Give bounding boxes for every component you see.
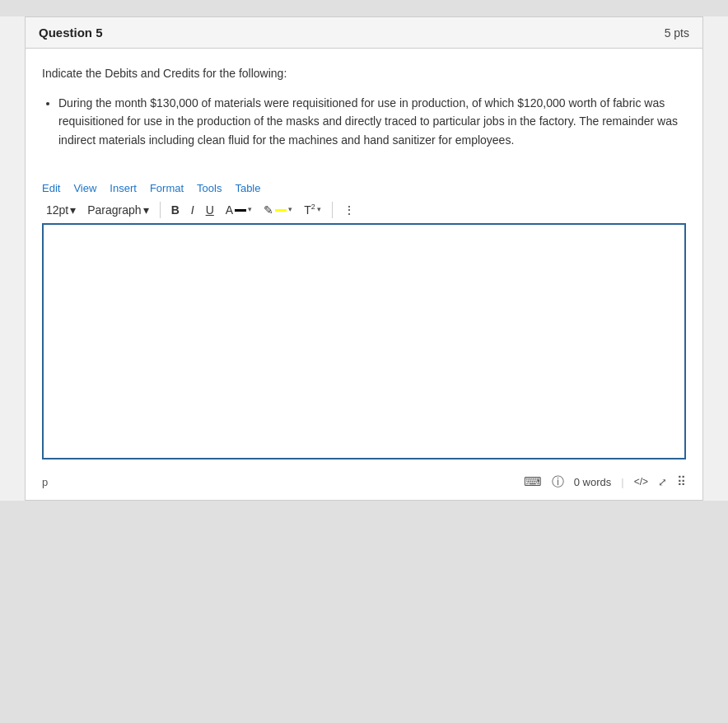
more-options-button[interactable]: ⋮ [339, 202, 359, 218]
toolbar-divider-2 [332, 202, 333, 218]
highlight-indicator [275, 209, 287, 212]
editor-menubar: Edit View Insert Format Tools Table [42, 182, 686, 194]
expand-button[interactable]: ⤢ [658, 476, 667, 488]
footer-tag: p [42, 476, 48, 488]
editor-footer: p ⌨ ⓘ 0 words | </> ⤢ ⠿ [26, 468, 702, 500]
question-card: Question 5 5 pts Indicate the Debits and… [25, 16, 703, 501]
menu-tools[interactable]: Tools [197, 182, 222, 194]
footer-right: ⌨ ⓘ 0 words | </> ⤢ ⠿ [524, 474, 686, 490]
question-list: During the month $130,000 of materials w… [42, 94, 686, 149]
font-size-chevron: ▾ [70, 204, 76, 216]
editor-area-wrapper [42, 223, 686, 459]
superscript-chevron: ▾ [317, 206, 321, 213]
underline-button[interactable]: U [202, 202, 218, 218]
font-size-group: 12pt ▾ [42, 202, 80, 218]
more-footer-options[interactable]: ⠿ [677, 474, 686, 489]
superscript-button[interactable]: T2 ▾ [300, 201, 325, 218]
highlight-button[interactable]: ✎ ▾ [259, 202, 296, 218]
paragraph-chevron: ▾ [143, 204, 149, 216]
menu-view[interactable]: View [73, 182, 96, 194]
menu-edit[interactable]: Edit [42, 182, 60, 194]
toolbar-divider-1 [160, 202, 161, 218]
code-view-button[interactable]: </> [634, 476, 648, 487]
bold-button[interactable]: B [167, 202, 184, 218]
paragraph-selector[interactable]: Paragraph ▾ [83, 202, 152, 218]
paragraph-group: Paragraph ▾ [83, 202, 152, 218]
italic-button[interactable]: I [187, 202, 198, 218]
question-header: Question 5 5 pts [26, 17, 702, 49]
question-title: Question 5 [39, 26, 103, 40]
menu-format[interactable]: Format [150, 182, 184, 194]
keyboard-icon: ⌨ [524, 474, 542, 489]
word-count: 0 words [574, 476, 612, 488]
editor-section: Edit View Insert Format Tools Table 12pt… [26, 174, 702, 468]
font-size-selector[interactable]: 12pt ▾ [42, 202, 80, 218]
font-color-chevron: ▾ [248, 206, 252, 213]
menu-table[interactable]: Table [235, 182, 260, 194]
highlight-chevron: ▾ [288, 206, 292, 213]
font-color-button[interactable]: A ▾ [222, 202, 256, 218]
editor-textarea[interactable] [44, 225, 684, 455]
question-prompt: Indicate the Debits and Credits for the … [42, 65, 686, 82]
question-pts: 5 pts [665, 26, 689, 40]
editor-toolbar: 12pt ▾ Paragraph ▾ B I U A [42, 201, 686, 218]
list-item: During the month $130,000 of materials w… [58, 94, 686, 149]
question-body: Indicate the Debits and Credits for the … [26, 49, 702, 174]
page-container: Question 5 5 pts Indicate the Debits and… [0, 16, 728, 501]
menu-insert[interactable]: Insert [110, 182, 137, 194]
font-color-indicator [235, 209, 246, 212]
info-icon: ⓘ [552, 474, 564, 490]
